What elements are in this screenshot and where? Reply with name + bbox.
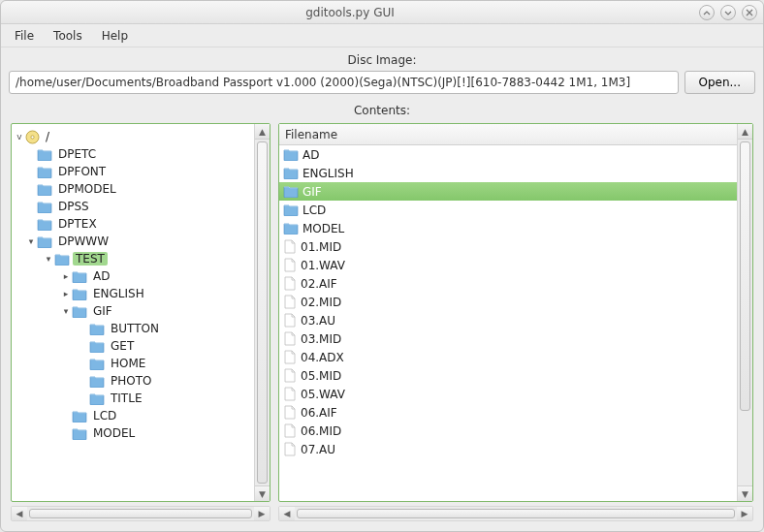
maximize-button[interactable] bbox=[720, 5, 736, 20]
tree-node[interactable]: DPETC bbox=[14, 145, 252, 163]
tree-node-label: DPWWW bbox=[55, 235, 111, 248]
file-icon bbox=[283, 331, 297, 346]
list-item-label: MODEL bbox=[302, 222, 344, 235]
list-item[interactable]: 02.AIF bbox=[279, 274, 737, 293]
tree-node[interactable]: LCD bbox=[14, 407, 252, 424]
tree-node-label: AD bbox=[90, 269, 112, 283]
scroll-up-icon[interactable]: ▲ bbox=[738, 124, 752, 140]
list-item[interactable]: ENGLISH bbox=[279, 164, 737, 182]
tree-node[interactable]: DPSS bbox=[14, 198, 252, 215]
chevron-down-icon[interactable]: ▾ bbox=[25, 236, 37, 246]
tree-horizontal-scrollbar[interactable]: ◀ ▶ bbox=[11, 506, 271, 521]
disc-image-label: Disc Image: bbox=[9, 53, 755, 67]
tree-node[interactable]: ▾GIF bbox=[14, 302, 252, 320]
list-item[interactable]: 03.AU bbox=[279, 311, 737, 329]
list-item-label: 02.AIF bbox=[301, 277, 337, 291]
directory-tree[interactable]: v/DPETCDPFONTDPMODELDPSSDPTEX▾DPWWW▾TEST… bbox=[12, 124, 254, 446]
tree-node[interactable]: HOME bbox=[14, 355, 252, 372]
tree-node-label: BUTTON bbox=[108, 322, 162, 335]
tree-node-label: GIF bbox=[90, 304, 115, 318]
tree-node-label: DPSS bbox=[55, 200, 92, 213]
list-item-label: 05.WAV bbox=[301, 388, 345, 401]
scroll-down-icon[interactable]: ▼ bbox=[738, 485, 752, 501]
panes: v/DPETCDPFONTDPMODELDPSSDPTEX▾DPWWW▾TEST… bbox=[1, 123, 763, 531]
file-pane: Filename ADENGLISHGIFLCDMODEL01.MID01.WA… bbox=[278, 123, 753, 502]
list-item[interactable]: 04.ADX bbox=[279, 348, 737, 366]
folder-icon bbox=[283, 167, 299, 179]
tree-node-label: ENGLISH bbox=[90, 287, 147, 300]
folder-icon bbox=[283, 203, 299, 216]
tree-node[interactable]: DPMODEL bbox=[14, 180, 252, 198]
close-button[interactable] bbox=[742, 5, 757, 20]
tree-vertical-scrollbar[interactable]: ▲ ▼ bbox=[254, 124, 270, 501]
folder-icon bbox=[72, 288, 87, 300]
open-button[interactable]: Open... bbox=[684, 71, 756, 94]
folder-icon bbox=[37, 201, 52, 213]
tree-node[interactable]: TITLE bbox=[14, 390, 252, 407]
list-item-label: 05.MID bbox=[301, 369, 341, 383]
list-item[interactable]: GIF bbox=[279, 182, 737, 201]
list-item-label: 04.ADX bbox=[301, 351, 344, 364]
list-item-label: 06.AIF bbox=[301, 406, 337, 420]
folder-icon bbox=[89, 323, 105, 335]
list-item[interactable]: 07.AU bbox=[279, 440, 737, 458]
tree-node-label: GET bbox=[108, 339, 137, 353]
folder-icon bbox=[89, 358, 105, 370]
tree-node[interactable]: ▸AD bbox=[14, 267, 252, 285]
tree-node[interactable]: ▾DPWWW bbox=[14, 233, 252, 250]
list-item-label: GIF bbox=[302, 185, 322, 199]
tree-node[interactable]: BUTTON bbox=[14, 320, 252, 337]
scroll-left-icon[interactable]: ◀ bbox=[12, 507, 27, 520]
list-item-label: 01.WAV bbox=[301, 259, 345, 272]
menu-tools[interactable]: Tools bbox=[44, 26, 92, 46]
chevron-right-icon[interactable]: ▸ bbox=[60, 289, 72, 298]
tree-node[interactable]: DPFONT bbox=[14, 163, 252, 180]
list-item[interactable]: MODEL bbox=[279, 219, 737, 237]
scroll-down-icon[interactable]: ▼ bbox=[255, 485, 270, 501]
list-item[interactable]: AD bbox=[279, 145, 737, 164]
file-icon bbox=[283, 387, 297, 401]
scroll-left-icon[interactable]: ◀ bbox=[279, 507, 295, 520]
tree-node[interactable]: MODEL bbox=[14, 424, 252, 442]
scroll-right-icon[interactable]: ▶ bbox=[254, 507, 270, 520]
folder-icon bbox=[89, 392, 105, 405]
list-item[interactable]: 05.WAV bbox=[279, 385, 737, 403]
list-horizontal-scrollbar[interactable]: ◀ ▶ bbox=[278, 506, 753, 521]
minimize-button[interactable] bbox=[699, 5, 715, 20]
tree-node[interactable]: ▾TEST bbox=[14, 250, 252, 267]
tree-node-label: TITLE bbox=[108, 391, 144, 405]
chevron-right-icon[interactable]: ▸ bbox=[60, 271, 72, 281]
folder-icon bbox=[37, 235, 52, 248]
chevron-down-icon[interactable]: ▾ bbox=[43, 254, 54, 264]
file-list[interactable]: ADENGLISHGIFLCDMODEL01.MID01.WAV02.AIF02… bbox=[279, 145, 737, 458]
list-item[interactable]: LCD bbox=[279, 201, 737, 219]
list-item[interactable]: 02.MID bbox=[279, 293, 737, 311]
tree-node[interactable]: PHOTO bbox=[14, 372, 252, 390]
tree-node[interactable]: GET bbox=[14, 337, 252, 355]
scroll-up-icon[interactable]: ▲ bbox=[255, 124, 270, 140]
list-item-label: LCD bbox=[302, 203, 326, 217]
menu-help[interactable]: Help bbox=[92, 26, 138, 46]
list-item[interactable]: 05.MID bbox=[279, 366, 737, 385]
file-icon bbox=[283, 276, 297, 291]
list-item[interactable]: 03.MID bbox=[279, 329, 737, 348]
tree-node-label: DPMODEL bbox=[55, 182, 119, 196]
scroll-right-icon[interactable]: ▶ bbox=[737, 507, 752, 520]
chevron-down-icon[interactable]: ▾ bbox=[60, 306, 72, 316]
list-item[interactable]: 01.MID bbox=[279, 237, 737, 256]
folder-icon bbox=[72, 427, 87, 440]
list-item[interactable]: 06.AIF bbox=[279, 403, 737, 422]
list-item-label: 03.AU bbox=[301, 314, 335, 328]
tree-root[interactable]: v/ bbox=[14, 128, 252, 145]
tree-node[interactable]: ▸ENGLISH bbox=[14, 285, 252, 302]
list-vertical-scrollbar[interactable]: ▲ ▼ bbox=[737, 124, 752, 501]
disc-image-path-input[interactable] bbox=[9, 71, 679, 94]
menu-file[interactable]: File bbox=[5, 26, 44, 46]
tree-node[interactable]: DPTEX bbox=[14, 215, 252, 233]
folder-icon bbox=[89, 340, 105, 353]
list-item[interactable]: 01.WAV bbox=[279, 256, 737, 274]
folder-icon bbox=[37, 183, 52, 196]
list-item[interactable]: 06.MID bbox=[279, 422, 737, 440]
folder-icon bbox=[89, 375, 105, 388]
filename-column-header[interactable]: Filename bbox=[279, 124, 737, 145]
